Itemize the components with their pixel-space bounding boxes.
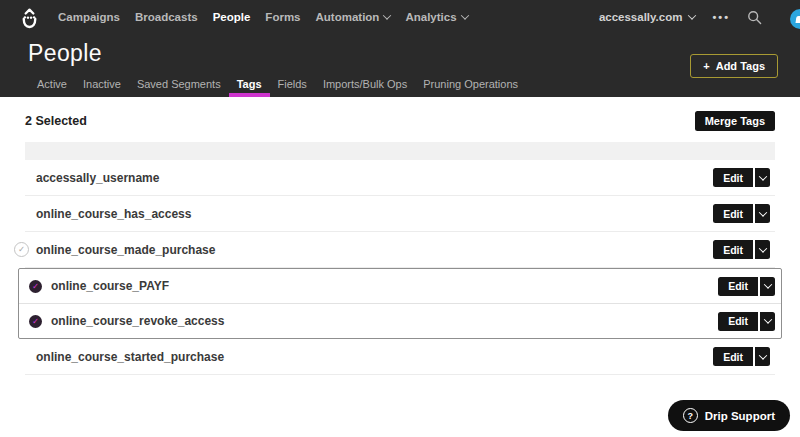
- tag-name: online_course_PAYF: [51, 279, 169, 293]
- table-row: ✓online_course_revoke_accessEdit: [19, 303, 781, 338]
- edit-button-group: Edit: [718, 277, 775, 296]
- support-label: Drip Support: [705, 410, 775, 422]
- tag-name: online_course_revoke_access: [51, 314, 224, 328]
- edit-button[interactable]: Edit: [713, 240, 753, 259]
- edit-button-group: Edit: [713, 347, 770, 366]
- nav-item-label: Automation: [316, 11, 380, 23]
- tab-tags[interactable]: Tags: [229, 72, 270, 97]
- edit-dropdown-button[interactable]: [755, 168, 770, 187]
- nav-right-cluster: accessally.com •••: [599, 10, 786, 25]
- table-row: online_course_started_purchaseEdit: [25, 339, 775, 375]
- chevron-down-icon: [460, 11, 468, 19]
- app-root: CampaignsBroadcastsPeopleFormsAutomation…: [0, 0, 800, 375]
- tag-name: online_course_has_access: [36, 207, 191, 221]
- edit-button-group: Edit: [713, 168, 770, 187]
- selected-count: 2 Selected: [25, 114, 87, 128]
- nav-item-automation[interactable]: Automation: [316, 11, 391, 23]
- table-row: online_course_has_accessEdit: [25, 196, 775, 232]
- selection-toolbar: 2 Selected Merge Tags: [25, 111, 775, 131]
- tab-active[interactable]: Active: [29, 72, 75, 97]
- nav-item-people[interactable]: People: [213, 11, 251, 23]
- edit-dropdown-button[interactable]: [755, 240, 770, 259]
- tab-pruning-operations[interactable]: Pruning Operations: [415, 72, 526, 97]
- nav-item-label: Broadcasts: [135, 11, 198, 23]
- edit-button[interactable]: Edit: [718, 277, 758, 296]
- top-header: CampaignsBroadcastsPeopleFormsAutomation…: [0, 0, 800, 97]
- check-circle-icon[interactable]: ✓: [29, 315, 42, 328]
- tag-name: accessally_username: [36, 171, 159, 185]
- chevron-down-icon: [763, 315, 771, 323]
- nav-item-analytics[interactable]: Analytics: [405, 11, 467, 23]
- edit-dropdown-button[interactable]: [755, 347, 770, 366]
- edit-dropdown-button[interactable]: [755, 204, 770, 223]
- chevron-down-icon: [758, 244, 766, 252]
- nav-item-label: Campaigns: [58, 11, 120, 23]
- add-tags-button[interactable]: + Add Tags: [690, 54, 778, 78]
- chevron-down-icon: [383, 11, 391, 19]
- add-tags-label: Add Tags: [716, 60, 765, 72]
- account-label: accessally.com: [599, 11, 683, 23]
- tab-saved-segments[interactable]: Saved Segments: [129, 72, 229, 97]
- search-icon[interactable]: [747, 10, 762, 25]
- table-row: ✓online_course_made_purchaseEdit: [25, 232, 775, 268]
- account-menu[interactable]: accessally.com: [599, 11, 696, 23]
- check-circle-icon[interactable]: ✓: [29, 280, 42, 293]
- check-circle-icon[interactable]: ✓: [14, 242, 29, 257]
- tab-bar: ActiveInactiveSaved SegmentsTagsFieldsIm…: [29, 72, 526, 97]
- drip-support-button[interactable]: ? Drip Support: [668, 400, 790, 431]
- nav-item-forms[interactable]: Forms: [265, 11, 300, 23]
- merge-tags-button[interactable]: Merge Tags: [695, 111, 775, 131]
- edit-button[interactable]: Edit: [718, 312, 758, 331]
- nav-item-label: Forms: [265, 11, 300, 23]
- edit-dropdown-button[interactable]: [760, 312, 775, 331]
- nav-item-label: Analytics: [405, 11, 456, 23]
- selected-rows-box: ✓online_course_PAYFEdit✓online_course_re…: [18, 268, 782, 339]
- notifications-bubble-icon[interactable]: [790, 9, 800, 29]
- edit-button[interactable]: Edit: [713, 168, 753, 187]
- table-row: ✓online_course_PAYFEdit: [19, 269, 781, 303]
- chevron-down-icon: [758, 172, 766, 180]
- plus-icon: +: [703, 60, 709, 72]
- tab-inactive[interactable]: Inactive: [75, 72, 129, 97]
- question-mark-icon: ?: [683, 408, 698, 423]
- primary-nav-row: CampaignsBroadcastsPeopleFormsAutomation…: [0, 0, 800, 34]
- chevron-down-icon: [763, 280, 771, 288]
- chevron-down-icon: [758, 351, 766, 359]
- edit-button[interactable]: Edit: [713, 204, 753, 223]
- table-header-bar: [25, 142, 775, 160]
- edit-button-group: Edit: [718, 312, 775, 331]
- edit-dropdown-button[interactable]: [760, 277, 775, 296]
- nav-item-label: People: [213, 11, 251, 23]
- chevron-down-icon: [758, 208, 766, 216]
- more-menu-icon[interactable]: •••: [712, 11, 730, 23]
- page-title: People: [28, 40, 102, 67]
- tab-imports-bulk-ops[interactable]: Imports/Bulk Ops: [315, 72, 415, 97]
- edit-button[interactable]: Edit: [713, 347, 753, 366]
- tag-name: online_course_made_purchase: [36, 243, 215, 257]
- nav-item-broadcasts[interactable]: Broadcasts: [135, 11, 198, 23]
- chevron-down-icon: [688, 11, 696, 19]
- tag-list: accessally_usernameEditonline_course_has…: [25, 160, 775, 375]
- edit-button-group: Edit: [713, 240, 770, 259]
- primary-nav: CampaignsBroadcastsPeopleFormsAutomation…: [58, 11, 468, 23]
- table-row: accessally_usernameEdit: [25, 160, 775, 196]
- tags-content: 2 Selected Merge Tags accessally_usernam…: [0, 111, 800, 375]
- tag-name: online_course_started_purchase: [36, 350, 224, 364]
- drip-logo-icon[interactable]: [18, 7, 41, 30]
- megaphone-icon: [795, 16, 800, 23]
- tab-fields[interactable]: Fields: [270, 72, 315, 97]
- edit-button-group: Edit: [713, 204, 770, 223]
- nav-item-campaigns[interactable]: Campaigns: [58, 11, 120, 23]
